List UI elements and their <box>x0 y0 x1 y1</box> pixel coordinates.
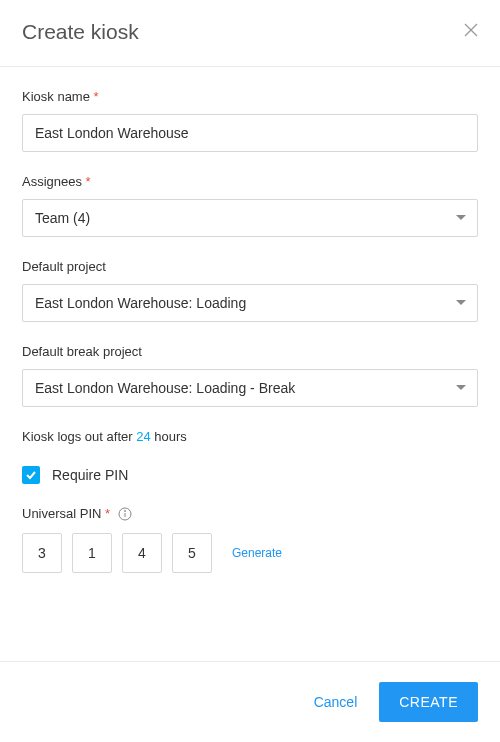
field-default-project: Default project East London Warehouse: L… <box>22 259 478 322</box>
field-kiosk-name: Kiosk name * <box>22 89 478 152</box>
kiosk-name-label: Kiosk name * <box>22 89 478 104</box>
close-button[interactable] <box>464 23 478 41</box>
label-text: Universal PIN <box>22 506 101 521</box>
required-marker: * <box>105 506 110 521</box>
label-text: Kiosk name <box>22 89 90 104</box>
default-break-project-select-wrapper: East London Warehouse: Loading - Break <box>22 369 478 407</box>
universal-pin-label-row: Universal PIN * <box>22 506 478 521</box>
assignees-select-wrapper: Team (4) <box>22 199 478 237</box>
cancel-button[interactable]: Cancel <box>314 694 358 710</box>
logout-text: Kiosk logs out after 24 hours <box>22 429 478 444</box>
checkmark-icon <box>25 469 37 481</box>
default-break-project-select[interactable]: East London Warehouse: Loading - Break <box>22 369 478 407</box>
default-project-select[interactable]: East London Warehouse: Loading <box>22 284 478 322</box>
field-default-break-project: Default break project East London Wareho… <box>22 344 478 407</box>
require-pin-row: Require PIN <box>22 466 478 484</box>
select-value: Team (4) <box>35 210 90 226</box>
field-assignees: Assignees * Team (4) <box>22 174 478 237</box>
universal-pin-label: Universal PIN * <box>22 506 110 521</box>
logout-suffix: hours <box>151 429 187 444</box>
kiosk-name-input[interactable] <box>22 114 478 152</box>
require-pin-label: Require PIN <box>52 467 128 483</box>
required-marker: * <box>86 174 91 189</box>
pin-digit-3[interactable]: 5 <box>172 533 212 573</box>
info-icon[interactable] <box>118 507 132 521</box>
dialog-content: Kiosk name * Assignees * Team (4) Defaul… <box>0 67 500 595</box>
generate-link[interactable]: Generate <box>232 546 282 560</box>
dialog-header: Create kiosk <box>0 0 500 67</box>
logout-prefix: Kiosk logs out after <box>22 429 136 444</box>
svg-point-4 <box>125 510 126 511</box>
dialog-title: Create kiosk <box>22 20 139 44</box>
field-universal-pin: Universal PIN * 3 1 4 5 Generate <box>22 506 478 573</box>
require-pin-checkbox[interactable] <box>22 466 40 484</box>
select-value: East London Warehouse: Loading - Break <box>35 380 295 396</box>
label-text: Assignees <box>22 174 82 189</box>
close-icon <box>464 23 478 37</box>
dialog-footer: Cancel CREATE <box>0 661 500 742</box>
pin-row: 3 1 4 5 Generate <box>22 533 478 573</box>
create-button[interactable]: CREATE <box>379 682 478 722</box>
default-break-project-label: Default break project <box>22 344 478 359</box>
pin-digit-2[interactable]: 4 <box>122 533 162 573</box>
required-marker: * <box>94 89 99 104</box>
default-project-select-wrapper: East London Warehouse: Loading <box>22 284 478 322</box>
pin-digit-1[interactable]: 1 <box>72 533 112 573</box>
default-project-label: Default project <box>22 259 478 274</box>
pin-digit-0[interactable]: 3 <box>22 533 62 573</box>
assignees-label: Assignees * <box>22 174 478 189</box>
select-value: East London Warehouse: Loading <box>35 295 246 311</box>
assignees-select[interactable]: Team (4) <box>22 199 478 237</box>
logout-hours[interactable]: 24 <box>136 429 150 444</box>
